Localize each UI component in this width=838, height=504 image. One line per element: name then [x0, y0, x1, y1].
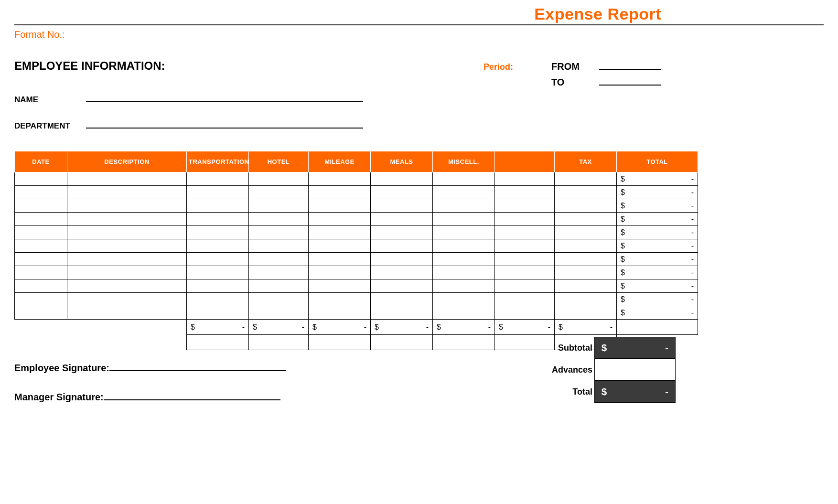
manager-signature-field[interactable] [104, 391, 280, 400]
table-cell[interactable] [495, 186, 555, 199]
table-cell[interactable] [495, 213, 555, 226]
table-cell[interactable] [249, 293, 309, 306]
table-cell[interactable] [67, 172, 187, 186]
table-cell[interactable] [67, 266, 187, 279]
table-cell[interactable] [495, 279, 555, 293]
department-field[interactable] [86, 119, 363, 129]
table-cell[interactable] [187, 226, 249, 239]
table-cell[interactable] [555, 186, 617, 199]
table-cell[interactable] [433, 213, 495, 226]
table-cell[interactable] [371, 213, 433, 226]
employee-signature-field[interactable] [109, 362, 286, 371]
table-cell[interactable] [371, 306, 433, 320]
table-cell[interactable] [249, 199, 309, 213]
table-cell[interactable] [495, 172, 555, 186]
table-cell[interactable] [67, 306, 187, 320]
table-cell[interactable] [433, 199, 495, 213]
table-cell[interactable] [15, 293, 67, 306]
table-cell[interactable] [555, 266, 617, 279]
period-to-field[interactable] [599, 77, 661, 86]
table-cell[interactable] [249, 266, 309, 279]
table-cell[interactable] [371, 239, 433, 253]
table-cell[interactable] [15, 213, 67, 226]
table-cell[interactable] [495, 266, 555, 279]
table-cell[interactable] [187, 266, 249, 279]
table-cell[interactable] [495, 293, 555, 306]
table-cell[interactable] [249, 306, 309, 320]
table-cell[interactable] [67, 213, 187, 226]
table-cell[interactable] [249, 186, 309, 199]
table-cell[interactable] [67, 226, 187, 239]
table-cell[interactable] [555, 172, 617, 186]
table-cell[interactable] [309, 199, 371, 213]
table-cell[interactable] [249, 213, 309, 226]
table-cell[interactable] [309, 293, 371, 306]
table-cell[interactable] [15, 172, 67, 186]
table-cell[interactable] [433, 186, 495, 199]
table-cell[interactable] [555, 199, 617, 213]
table-cell[interactable] [15, 199, 67, 213]
table-cell[interactable] [555, 253, 617, 266]
table-cell[interactable] [249, 226, 309, 239]
table-cell[interactable] [187, 186, 249, 199]
table-cell[interactable] [371, 293, 433, 306]
table-cell[interactable] [371, 226, 433, 239]
table-cell[interactable] [15, 253, 67, 266]
table-cell[interactable] [371, 199, 433, 213]
table-cell[interactable] [309, 266, 371, 279]
table-cell[interactable] [15, 279, 67, 293]
table-cell[interactable] [187, 199, 249, 213]
table-cell[interactable] [555, 226, 617, 239]
period-from-field[interactable] [599, 61, 661, 70]
table-cell[interactable] [187, 213, 249, 226]
table-cell[interactable] [555, 239, 617, 253]
table-cell[interactable] [433, 266, 495, 279]
table-cell[interactable] [371, 172, 433, 186]
table-cell[interactable] [309, 239, 371, 253]
table-cell[interactable] [67, 279, 187, 293]
table-cell[interactable] [249, 172, 309, 186]
table-cell[interactable] [495, 199, 555, 213]
table-cell[interactable] [555, 306, 617, 320]
table-cell[interactable] [15, 266, 67, 279]
table-cell[interactable] [495, 239, 555, 253]
table-cell[interactable] [309, 172, 371, 186]
table-cell[interactable] [309, 186, 371, 199]
table-cell[interactable] [433, 293, 495, 306]
table-cell[interactable] [249, 279, 309, 293]
table-cell[interactable] [309, 226, 371, 239]
table-cell[interactable] [309, 253, 371, 266]
table-cell[interactable] [15, 239, 67, 253]
table-cell[interactable] [249, 239, 309, 253]
table-cell[interactable] [187, 172, 249, 186]
table-cell[interactable] [187, 239, 249, 253]
table-cell[interactable] [67, 186, 187, 199]
table-cell[interactable] [495, 226, 555, 239]
table-cell[interactable] [249, 253, 309, 266]
table-cell[interactable] [187, 253, 249, 266]
table-cell[interactable] [555, 293, 617, 306]
table-cell[interactable] [187, 279, 249, 293]
table-cell[interactable] [187, 306, 249, 320]
table-cell[interactable] [371, 279, 433, 293]
table-cell[interactable] [67, 253, 187, 266]
table-cell[interactable] [67, 239, 187, 253]
table-cell[interactable] [187, 293, 249, 306]
table-cell[interactable] [433, 239, 495, 253]
table-cell[interactable] [309, 213, 371, 226]
table-cell[interactable] [15, 226, 67, 239]
advances-value[interactable] [594, 359, 676, 381]
table-cell[interactable] [371, 253, 433, 266]
table-cell[interactable] [371, 266, 433, 279]
table-cell[interactable] [555, 213, 617, 226]
table-cell[interactable] [433, 226, 495, 239]
table-cell[interactable] [433, 306, 495, 320]
table-cell[interactable] [309, 306, 371, 320]
table-cell[interactable] [67, 293, 187, 306]
table-cell[interactable] [495, 253, 555, 266]
table-cell[interactable] [309, 279, 371, 293]
name-field[interactable] [86, 93, 363, 102]
table-cell[interactable] [433, 172, 495, 186]
table-cell[interactable] [15, 186, 67, 199]
table-cell[interactable] [433, 279, 495, 293]
